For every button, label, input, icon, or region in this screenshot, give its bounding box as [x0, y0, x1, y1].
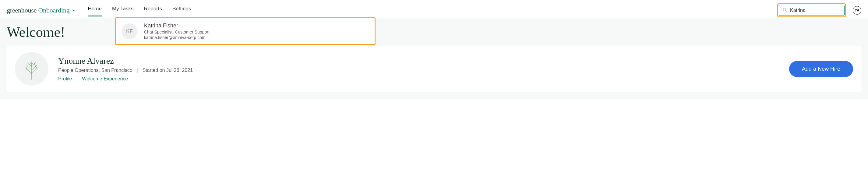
search-icon — [782, 7, 787, 13]
result-avatar: KF — [122, 24, 137, 39]
search-result-item[interactable]: KF Katrina Fisher Chat Specialist, Custo… — [115, 17, 375, 45]
svg-line-14 — [27, 66, 28, 68]
svg-line-17 — [28, 63, 30, 64]
svg-line-10 — [26, 69, 27, 70]
main-nav: Home My Tasks Reports Settings — [88, 4, 191, 17]
logo-part2: Onboarding — [38, 6, 70, 14]
nav-reports[interactable]: Reports — [144, 4, 162, 17]
svg-line-16 — [35, 66, 37, 68]
search-input[interactable] — [790, 8, 841, 13]
user-meta: People Operations, San Francisco Started… — [58, 68, 779, 73]
result-role: Chat Specialist, Customer Support — [144, 30, 210, 34]
divider — [137, 68, 138, 73]
svg-line-12 — [36, 69, 38, 70]
svg-line-5 — [28, 66, 32, 70]
profile-link[interactable]: Profile — [58, 76, 72, 82]
svg-point-0 — [783, 8, 786, 11]
chevron-down-icon — [71, 8, 76, 12]
svg-line-21 — [30, 63, 32, 65]
user-links: Profile Welcome Experience — [58, 76, 779, 82]
divider — [77, 76, 77, 82]
result-name: Katrina Fisher — [144, 23, 210, 29]
product-switcher[interactable]: greenhouse Onboarding — [7, 6, 76, 14]
svg-line-18 — [28, 64, 30, 65]
nav-my-tasks[interactable]: My Tasks — [112, 4, 134, 17]
welcome-experience-link[interactable]: Welcome Experience — [82, 76, 128, 82]
user-name: Ynonne Alvarez — [58, 56, 779, 66]
plant-icon — [20, 57, 43, 81]
user-card: Ynonne Alvarez People Operations, San Fr… — [6, 46, 862, 92]
nav-home[interactable]: Home — [88, 4, 102, 17]
current-user-avatar[interactable]: YA — [853, 6, 861, 15]
app-header: greenhouse Onboarding Home My Tasks Repo… — [0, 0, 868, 18]
search-highlight — [777, 3, 846, 17]
user-started: Started on Jul 26, 2021 — [143, 68, 193, 73]
svg-line-22 — [32, 63, 33, 65]
svg-line-13 — [27, 65, 28, 67]
result-info: Katrina Fisher Chat Specialist, Customer… — [144, 23, 210, 40]
result-email: katrina.fisher@omniva-corp.com — [144, 35, 210, 40]
svg-line-1 — [785, 11, 786, 11]
svg-line-15 — [35, 65, 37, 67]
svg-line-19 — [34, 63, 36, 64]
nav-settings[interactable]: Settings — [173, 4, 191, 17]
user-info: Ynonne Alvarez People Operations, San Fr… — [58, 56, 779, 82]
search-box[interactable] — [779, 5, 844, 16]
user-dept-loc: People Operations, San Francisco — [58, 68, 132, 73]
add-new-hire-button[interactable]: Add a New Hire — [789, 61, 853, 77]
svg-line-20 — [34, 64, 36, 65]
svg-line-6 — [32, 66, 35, 70]
user-avatar-image — [15, 52, 49, 86]
logo-part1: greenhouse — [7, 6, 36, 14]
